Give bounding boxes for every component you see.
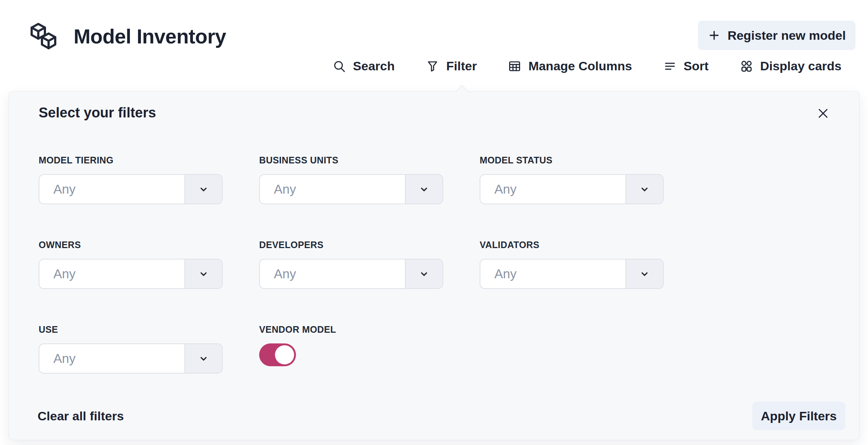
chevron-down-icon[interactable] xyxy=(625,259,663,288)
dropdown-value: Any xyxy=(39,344,184,373)
dropdown-value: Any xyxy=(480,175,625,204)
chevron-down-icon[interactable] xyxy=(184,259,222,288)
chevron-down-icon[interactable] xyxy=(625,175,663,204)
dropdown-value: Any xyxy=(480,259,625,288)
filter-icon xyxy=(426,59,440,73)
display-cards-icon xyxy=(740,59,754,73)
chevron-down-icon[interactable] xyxy=(405,259,442,288)
toolbar-search[interactable]: Search xyxy=(332,59,395,73)
filter-validators: VALIDATORS Any xyxy=(480,240,664,289)
app-header-brand: Model Inventory xyxy=(28,21,226,52)
toolbar-manage-columns[interactable]: Manage Columns xyxy=(508,59,632,73)
toolbar-search-label: Search xyxy=(353,59,395,73)
cubes-logo-icon xyxy=(28,21,60,52)
chevron-down-icon[interactable] xyxy=(184,344,222,373)
filter-label: MODEL TIERING xyxy=(39,155,223,166)
filter-panel-title: Select your filters xyxy=(39,105,156,121)
chevron-down-icon[interactable] xyxy=(405,175,442,204)
business-units-dropdown[interactable]: Any xyxy=(259,174,443,204)
chevron-down-icon[interactable] xyxy=(184,175,222,204)
model-tiering-dropdown[interactable]: Any xyxy=(39,174,223,204)
plus-icon xyxy=(708,29,721,42)
filter-label: BUSINESS UNITS xyxy=(259,155,443,166)
table-toolbar: Search Filter Manage Columns xyxy=(332,59,841,73)
page-title: Model Inventory xyxy=(74,25,226,48)
filter-label: OWNERS xyxy=(39,240,223,250)
filter-vendor-model: VENDOR MODEL xyxy=(259,324,443,374)
dropdown-value: Any xyxy=(39,175,184,204)
filter-owners: OWNERS Any xyxy=(39,240,223,289)
filter-label: VALIDATORS xyxy=(480,240,664,250)
filter-use: USE Any xyxy=(39,324,223,374)
filter-business-units: BUSINESS UNITS Any xyxy=(259,155,443,204)
filter-grid: MODEL TIERING Any BUSINESS UNITS Any xyxy=(39,155,664,374)
toggle-knob xyxy=(275,345,294,364)
toolbar-sort-label: Sort xyxy=(684,59,709,73)
clear-all-filters-button[interactable]: Clear all filters xyxy=(38,409,124,423)
manage-columns-icon xyxy=(508,59,522,73)
filter-label: DEVELOPERS xyxy=(259,240,443,250)
register-new-model-button[interactable]: Register new model xyxy=(698,21,855,50)
sort-icon xyxy=(663,59,677,73)
toolbar-filter-label: Filter xyxy=(446,59,477,73)
search-icon xyxy=(332,59,346,73)
dropdown-value: Any xyxy=(260,259,405,288)
filter-panel: Select your filters MODEL TIERING Any xyxy=(8,91,860,440)
model-status-dropdown[interactable]: Any xyxy=(480,174,664,204)
toolbar-display-cards-label: Display cards xyxy=(760,59,841,73)
filter-model-status: MODEL STATUS Any xyxy=(480,155,664,204)
register-button-label: Register new model xyxy=(727,28,846,43)
developers-dropdown[interactable]: Any xyxy=(259,259,443,289)
use-dropdown[interactable]: Any xyxy=(39,343,223,374)
filter-model-tiering: MODEL TIERING Any xyxy=(39,155,223,204)
filter-label: MODEL STATUS xyxy=(480,155,664,166)
toolbar-sort[interactable]: Sort xyxy=(663,59,709,73)
apply-filters-button[interactable]: Apply Filters xyxy=(752,402,845,430)
close-filter-panel-button[interactable] xyxy=(813,103,833,124)
toolbar-manage-columns-label: Manage Columns xyxy=(528,59,632,73)
toolbar-display-cards[interactable]: Display cards xyxy=(740,59,841,73)
dropdown-value: Any xyxy=(260,175,405,204)
vendor-model-toggle[interactable] xyxy=(259,343,296,366)
close-icon xyxy=(815,106,831,122)
filter-label: USE xyxy=(39,324,223,335)
model-inventory-page: Model Inventory Register new model Searc… xyxy=(0,0,868,445)
validators-dropdown[interactable]: Any xyxy=(480,259,664,289)
owners-dropdown[interactable]: Any xyxy=(39,259,223,289)
toolbar-filter[interactable]: Filter xyxy=(426,59,477,73)
dropdown-value: Any xyxy=(39,259,184,288)
filter-developers: DEVELOPERS Any xyxy=(259,240,443,289)
filter-label: VENDOR MODEL xyxy=(259,324,443,335)
